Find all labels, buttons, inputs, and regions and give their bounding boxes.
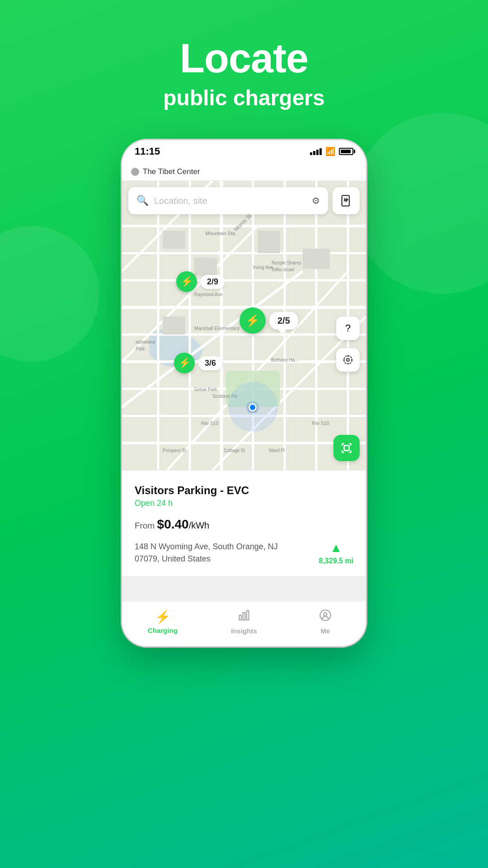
svg-text:Ward Pl: Ward Pl [269,448,285,453]
battery-icon [339,148,353,155]
marker-circle-3: ⚡ [174,353,195,373]
svg-text:Raymond Ave: Raymond Ave [194,292,223,297]
svg-rect-54 [247,611,249,620]
signal-icon [310,148,322,155]
charge-station-button[interactable] [333,187,360,214]
user-location [246,401,259,414]
svg-text:Irving Ave: Irving Ave [253,265,273,270]
price-prefix: From [135,521,157,530]
current-location-text: The Tibet Center [143,167,200,176]
charger-marker-2[interactable]: ⚡ 2/5 [239,307,298,334]
station-address-row: 148 N Wyoming Ave, South Orange, NJ 0707… [135,541,353,565]
address-line1: 148 N Wyoming Ave, South Orange, NJ [135,542,278,551]
station-price: From $0.40/kWh [135,517,353,532]
bg-decoration-2 [0,226,99,362]
station-address: 148 N Wyoming Ave, South Orange, NJ 0707… [135,541,278,565]
marker-label-1: 2/9 [201,275,225,289]
wifi-icon: 📶 [325,146,335,156]
svg-text:Rte 510: Rte 510 [312,420,329,426]
hero-header: Locate public chargers [0,0,488,128]
svg-text:Prospect St: Prospect St [163,448,186,453]
bg-decoration-1 [352,113,488,294]
map-area[interactable]: Morris St Rte 510 Rte 510 Prospect St Co… [122,181,366,470]
svg-text:Tefilo-Israel: Tefilo-Israel [271,267,294,272]
svg-text:Grove Park: Grove Park [194,387,218,392]
bolt-icon-1: ⚡ [181,276,193,288]
search-icon: 🔍 [136,195,149,207]
svg-text:Marshall Elementary: Marshall Elementary [194,326,240,331]
svg-rect-52 [239,615,242,620]
svg-text:Rte 510: Rte 510 [201,420,219,426]
marker-circle-2: ⚡ [239,307,266,334]
svg-point-56 [324,613,327,616]
svg-point-49 [347,359,349,361]
station-name: Visitors Parking - EVC [135,484,353,497]
svg-rect-25 [258,231,280,253]
location-dot-icon [131,168,139,176]
svg-rect-53 [243,613,245,620]
svg-text:Temple Sharey: Temple Sharey [271,260,301,265]
charger-marker-3[interactable]: ⚡ 3/6 [174,353,222,373]
nav-me[interactable]: Me [285,609,366,635]
marker-label-bubble-2: 2/5 [269,312,298,330]
hero-subtitle: public chargers [0,85,488,110]
bottom-nav: ⚡ Charging Insights Me [122,601,366,646]
station-card: Visitors Parking - EVC Open 24 h From $0… [122,470,366,576]
nav-arrow-icon: ▲ [330,541,343,555]
search-input[interactable]: Location, site [154,196,306,206]
charger-marker-1[interactable]: ⚡ 2/9 [176,271,225,292]
me-nav-icon [319,609,332,625]
svg-text:Park: Park [136,346,145,351]
phone-frame: 11:15 📶 The Tibet Center [122,140,366,646]
station-status: Open 24 h [135,499,353,508]
charging-nav-icon: ⚡ [155,609,171,624]
svg-text:adowland: adowland [136,340,155,344]
price-value: $0.40/kWh [157,517,210,531]
svg-rect-27 [163,316,185,335]
hero-title: Locate [0,36,488,81]
nav-insights[interactable]: Insights [203,609,285,635]
insights-nav-label: Insights [231,627,257,635]
insights-nav-icon [238,609,250,625]
help-button[interactable]: ? [336,316,360,340]
svg-text:Bethany Ha...: Bethany Ha... [271,358,299,363]
charging-nav-label: Charging [148,627,178,634]
svg-point-50 [344,356,352,364]
svg-rect-51 [344,446,349,451]
bolt-icon-3: ⚡ [178,357,191,369]
location-bar: The Tibet Center [122,163,366,181]
me-nav-label: Me [321,627,330,635]
distance-text: 8,329.5 mi [319,557,354,565]
svg-rect-23 [163,231,185,249]
svg-rect-26 [303,249,330,269]
status-icons: 📶 [310,146,353,156]
navigation-distance[interactable]: ▲ 8,329.5 mi [319,541,354,565]
nav-charging[interactable]: ⚡ Charging [122,609,203,634]
address-line2: 07079, United States [135,554,211,563]
marker-circle-1: ⚡ [176,271,197,292]
bolt-icon-2: ⚡ [245,314,260,328]
search-bar[interactable]: 🔍 Location, site ⚙ [128,187,328,214]
svg-text:Cottage St: Cottage St [224,448,245,453]
marker-label-3: 3/6 [198,356,222,370]
filter-icon[interactable]: ⚙ [312,195,320,206]
status-time: 11:15 [135,146,160,157]
status-bar: 11:15 📶 [122,140,366,163]
svg-text:Mountain Sta.: Mountain Sta. [206,231,236,236]
scan-button[interactable] [333,435,360,461]
locate-button[interactable] [336,348,360,372]
search-bar-container: 🔍 Location, site ⚙ [128,187,360,214]
